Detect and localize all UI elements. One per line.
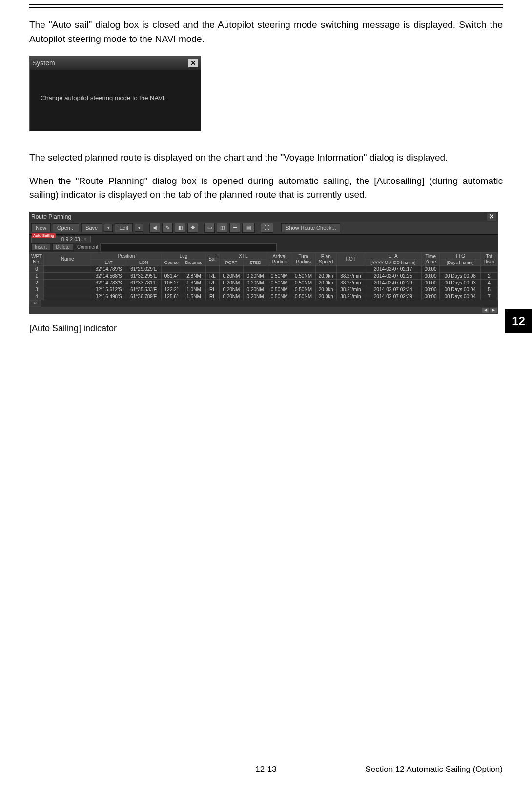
edit-dropdown-icon[interactable]: ▾ bbox=[135, 224, 143, 232]
table-cell: 2.8NM bbox=[182, 272, 205, 279]
table-cell: 0.50NM bbox=[267, 293, 291, 300]
table-cell: 00 Days 00:08 bbox=[440, 272, 481, 279]
page-number: 12-13 bbox=[29, 765, 503, 774]
edit-button[interactable]: Edit bbox=[115, 223, 133, 232]
save-dropdown-icon[interactable]: ▾ bbox=[104, 224, 113, 232]
table-row[interactable]: 032°14.789'S61°29.029'E2014-02-07 02:170… bbox=[30, 265, 498, 272]
table-cell bbox=[219, 265, 243, 272]
table-row[interactable]: 132°14.568'S61°32.295'E081.4°2.8NMRL0.20… bbox=[30, 272, 498, 279]
table-cell: 0.20NM bbox=[244, 272, 267, 279]
table-cell: 0.20NM bbox=[219, 286, 243, 293]
table-cell: 00 Days 00:03 bbox=[440, 279, 481, 286]
close-icon[interactable]: ✕ bbox=[188, 59, 198, 67]
table-cell: 2014-02-07 02:17 bbox=[365, 265, 421, 272]
paragraph-autosail: When the "Route Planning" dialog box is … bbox=[29, 174, 503, 202]
table-cell: 61°32.295'E bbox=[126, 272, 161, 279]
route-planning-title: Route Planning bbox=[31, 213, 71, 220]
col-total: TotDista bbox=[481, 252, 498, 265]
layout-2-icon[interactable]: ◫ bbox=[217, 223, 227, 233]
table-cell bbox=[244, 265, 267, 272]
nav-prev-icon[interactable]: ◀ bbox=[149, 223, 160, 233]
table-cell: 32°16.498'S bbox=[91, 293, 126, 300]
table-cell: 0 bbox=[30, 265, 44, 272]
auto-sailing-indicator: Auto Sailing bbox=[32, 233, 56, 238]
system-dialog-message: Change autopilot steering mode to the NA… bbox=[30, 70, 201, 131]
system-dialog-titlebar: System ✕ bbox=[30, 56, 201, 70]
table-cell: 7 bbox=[481, 293, 498, 300]
layout-4-icon[interactable]: ▤ bbox=[242, 223, 255, 233]
table-cell bbox=[44, 272, 91, 279]
expand-icon[interactable]: ⛶ bbox=[261, 223, 273, 233]
save-button[interactable]: Save bbox=[81, 223, 102, 232]
table-cell: 32°15.612'S bbox=[91, 286, 126, 293]
table-cell: 3 bbox=[30, 286, 44, 293]
col-ttg: TTG bbox=[440, 252, 481, 259]
table-cell: 0.20NM bbox=[219, 293, 243, 300]
close-icon[interactable]: ✕ bbox=[487, 213, 496, 221]
table-row-handle[interactable]: H bbox=[29, 300, 41, 307]
table-cell: 2 bbox=[481, 272, 498, 279]
table-cell: RL bbox=[206, 293, 220, 300]
table-cell: 081.4° bbox=[161, 272, 182, 279]
route-tab-label: 8-9-2-03 bbox=[61, 237, 80, 242]
table-cell: 0.50NM bbox=[291, 279, 315, 286]
table-cell: 125.6° bbox=[161, 293, 182, 300]
col-sail: Sail bbox=[206, 252, 220, 265]
show-route-check-button[interactable]: Show Route Check... bbox=[281, 223, 340, 232]
table-cell: 0.50NM bbox=[267, 272, 291, 279]
col-turn-radius: TurnRadius bbox=[291, 252, 315, 265]
col-stbd: STBD bbox=[244, 259, 267, 265]
insert-button[interactable]: Insert bbox=[31, 243, 50, 251]
system-dialog-title: System bbox=[32, 59, 55, 67]
table-cell: 5 bbox=[481, 286, 498, 293]
table-cell bbox=[481, 265, 498, 272]
tab-close-icon[interactable]: × bbox=[84, 237, 87, 242]
table-cell: 4 bbox=[481, 279, 498, 286]
route-tab[interactable]: Auto Sailing 8-9-2-03 × bbox=[31, 236, 91, 243]
table-cell: 38.2°/min bbox=[336, 272, 365, 279]
table-cell: 38.2°/min bbox=[336, 286, 365, 293]
table-cell: 32°14.568'S bbox=[91, 272, 126, 279]
table-cell: 00 Days 00:04 bbox=[440, 286, 481, 293]
tool-eraser-icon[interactable]: ◧ bbox=[175, 223, 185, 233]
table-cell: 0.20NM bbox=[244, 286, 267, 293]
scroll-right-icon[interactable]: ▶ bbox=[490, 308, 497, 313]
layout-3-icon[interactable]: ☰ bbox=[229, 223, 240, 233]
comment-label: Comment bbox=[77, 244, 98, 250]
table-cell bbox=[44, 293, 91, 300]
layout-1-icon[interactable]: ▭ bbox=[204, 223, 215, 233]
delete-button[interactable]: Delete bbox=[52, 243, 73, 251]
col-lat: LAT bbox=[91, 259, 126, 265]
table-cell: 20.0kn bbox=[315, 286, 336, 293]
indicator-caption: [Auto Sailing] indicator bbox=[29, 324, 503, 334]
table-cell: 00:00 bbox=[421, 272, 440, 279]
col-distance: Distance bbox=[182, 259, 205, 265]
new-button[interactable]: New bbox=[31, 223, 51, 232]
table-cell bbox=[267, 265, 291, 272]
route-table: WPTNo. Name Position Leg Sail XTL Arriva… bbox=[29, 252, 498, 300]
table-cell: 0.20NM bbox=[219, 279, 243, 286]
table-cell bbox=[291, 265, 315, 272]
table-cell: 00:00 bbox=[421, 279, 440, 286]
route-planning-window: Route Planning ✕ New Open... Save ▾ Edit… bbox=[29, 212, 498, 314]
col-wpt: WPTNo. bbox=[30, 252, 44, 265]
table-cell bbox=[206, 265, 220, 272]
horizontal-scrollbar[interactable]: ◀ ▶ bbox=[29, 307, 498, 314]
table-cell bbox=[182, 265, 205, 272]
table-row[interactable]: 332°15.612'S61°35.533'E122.2°1.0NMRL0.20… bbox=[30, 286, 498, 293]
open-button[interactable]: Open... bbox=[53, 223, 79, 232]
table-row[interactable]: 432°16.498'S61°36.789'E125.6°1.5NMRL0.20… bbox=[30, 293, 498, 300]
table-cell: 20.0kn bbox=[315, 279, 336, 286]
comment-input[interactable] bbox=[100, 243, 277, 251]
table-cell: 20.0kn bbox=[315, 272, 336, 279]
page-footer: 12-13 Section 12 Automatic Sailing (Opti… bbox=[29, 765, 503, 774]
scroll-left-icon[interactable]: ◀ bbox=[482, 308, 489, 313]
table-row[interactable]: 232°14.783'S61°33.781'E108.2°1.3NMRL0.20… bbox=[30, 279, 498, 286]
tool-move-icon[interactable]: ✥ bbox=[187, 223, 198, 233]
route-planning-titlebar: Route Planning ✕ bbox=[29, 212, 498, 222]
col-eta: ETA bbox=[365, 252, 421, 259]
col-port: PORT bbox=[219, 259, 243, 265]
tool-pencil-icon[interactable]: ✎ bbox=[162, 223, 173, 233]
col-time-zone: TimeZone bbox=[421, 252, 440, 265]
table-cell: 0.20NM bbox=[244, 293, 267, 300]
